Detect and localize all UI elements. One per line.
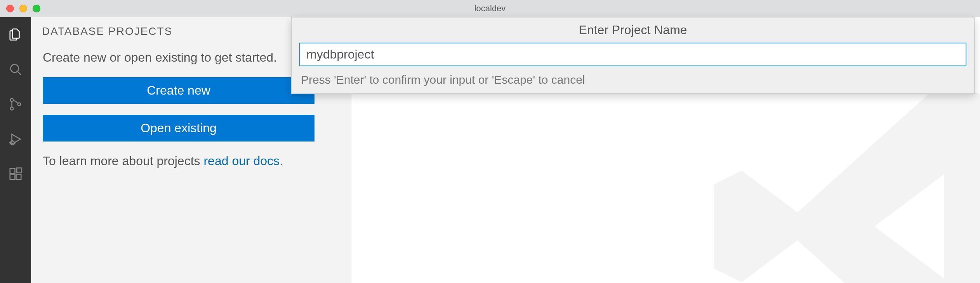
- close-window-button[interactable]: [6, 5, 14, 12]
- explorer-icon[interactable]: [7, 26, 24, 43]
- project-name-input[interactable]: [299, 43, 966, 66]
- extensions-icon[interactable]: [7, 166, 24, 182]
- svg-point-2: [10, 98, 14, 102]
- sidebar-title: DATABASE PROJECTS: [42, 25, 302, 38]
- quick-input-title: Enter Project Name: [292, 17, 974, 43]
- titlebar: localdev: [0, 0, 980, 17]
- create-new-button[interactable]: Create new: [43, 77, 315, 104]
- svg-point-4: [18, 103, 21, 106]
- activity-bar: [0, 17, 31, 283]
- learn-prefix: To learn more about projects: [43, 154, 203, 168]
- minimize-window-button[interactable]: [19, 5, 27, 12]
- svg-rect-11: [16, 175, 21, 180]
- learn-suffix: .: [280, 154, 283, 168]
- window-title: localdev: [0, 3, 980, 14]
- open-existing-button[interactable]: Open existing: [43, 115, 315, 142]
- svg-rect-10: [10, 175, 15, 180]
- learn-more-text: To learn more about projects read our do…: [43, 152, 339, 170]
- quick-input-hint: Press 'Enter' to confirm your input or '…: [292, 70, 974, 93]
- quick-input-field-wrap: [292, 43, 974, 70]
- read-docs-link[interactable]: read our docs: [203, 154, 280, 168]
- window-controls: [0, 5, 40, 12]
- source-control-icon[interactable]: [7, 96, 24, 112]
- svg-line-1: [18, 72, 21, 75]
- quick-input-panel: Enter Project Name Press 'Enter' to conf…: [291, 17, 975, 94]
- run-debug-icon[interactable]: [7, 131, 24, 147]
- svg-rect-12: [17, 168, 22, 173]
- maximize-window-button[interactable]: [33, 5, 40, 12]
- svg-rect-9: [10, 169, 15, 174]
- svg-point-0: [10, 64, 19, 72]
- search-icon[interactable]: [7, 61, 24, 78]
- svg-point-3: [10, 107, 14, 110]
